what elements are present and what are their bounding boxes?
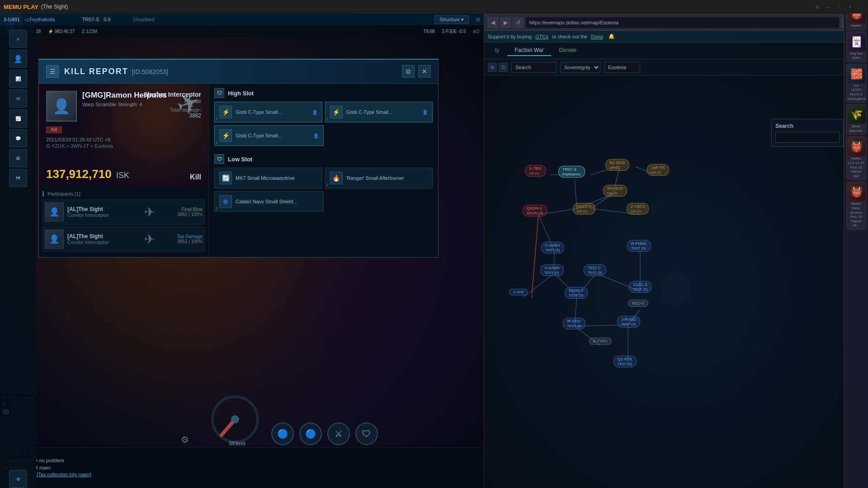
chat-msg-2: > no problem [35, 458, 64, 463]
browser-forward-btn[interactable]: ▶ [500, 18, 510, 28]
low-slot-2-name: 'Ranger' Small Afterburner [346, 175, 428, 181]
participant-1-name: [AL]The Sight [67, 206, 132, 212]
memu-window-controls: ⚙ — □ × ⋯ [814, 3, 864, 10]
memu-settings-btn[interactable]: ⚙ [814, 3, 821, 10]
kill-report-external-btn[interactable]: ⧉ [402, 65, 415, 78]
sovereignty-filter-select[interactable]: Sovereignty [560, 62, 600, 73]
memu-minimize-btn[interactable]: — [825, 3, 832, 10]
sidebar-corporation[interactable]: 🏛 [9, 149, 27, 167]
sidebar-market[interactable]: 📈 [9, 109, 27, 127]
speed-gauge [208, 392, 262, 446]
action-btn-2[interactable]: 🔵 [299, 422, 322, 445]
map-node-tr07s[interactable]: TR07-SFeythabolis [558, 166, 585, 178]
hud-settings-btn[interactable]: ⚙ [181, 434, 189, 445]
toolbar-icon-1[interactable]: ⊞ [488, 63, 497, 72]
high-slot-icon: 🛡 [214, 88, 224, 98]
gtcs-link[interactable]: GTCs [535, 34, 548, 39]
low-slot-1-name: MK7 Small Microwarpdrive [236, 175, 317, 181]
action-icons-bottom: 🔵 🔵 ⚔ 🛡 [271, 422, 378, 445]
map-container: X-7BIXUA (1) TR07-SFeythabolis BZ-0GWUA … [484, 75, 868, 488]
kill-report-menu-btn[interactable]: ☰ [46, 65, 59, 78]
browser-address-bar[interactable] [526, 17, 839, 28]
memu-titlebar: MEMU PLAY (The Sight) ⚙ — □ × ⋯ [0, 0, 868, 14]
sovereignty-toolbar: ⊞ ☰ Sovereignty [484, 59, 868, 75]
filter-icon[interactable]: ⊟ [476, 17, 480, 23]
map-node-q1r7k[interactable]: Q1-R7KTEST (5) [613, 356, 637, 367]
action-btn-3[interactable]: ⚔ [327, 422, 350, 445]
memu-close-btn[interactable]: × [846, 3, 854, 10]
map-node-fuvbv[interactable]: F-UVBVTEST (5) [541, 242, 564, 253]
map-node-vxh5[interactable]: V-XH5 [509, 289, 528, 296]
browser-toolbar: ◀ ▶ ↺ ★ ⋮ [484, 14, 868, 31]
slay-spire-icon: 🃏 [848, 33, 866, 51]
map-node-nizj0[interactable]: NIZJ-0 [628, 300, 648, 307]
map-search-input[interactable] [775, 132, 840, 143]
map-node-vxanh[interactable]: V-XANHTEST (5) [540, 264, 564, 276]
tab-donate[interactable]: Donate [552, 45, 584, 56]
victim-location: G-YZUX < 3WN-1T < Esoteria [46, 143, 201, 149]
low-slot-1-icon: 🔄 [219, 172, 232, 184]
hades-trainer-label: Hades v1.0-v1.37 Plus 15 Trainer x64 [848, 156, 865, 178]
map-node-8tyrx[interactable]: 8-TYRX [589, 338, 612, 345]
tab-item-ty[interactable]: ty [488, 45, 506, 56]
browser-reload-btn[interactable]: ↺ [513, 18, 523, 28]
taskbar-slay-spire[interactable]: 🃏 Slay the Spire [846, 32, 866, 62]
system-name-display: 2-F30E -0.5 [442, 29, 466, 34]
map-node-bz0gw[interactable]: BZ-0GWUA (2) [605, 159, 629, 171]
kill-report-close-btn[interactable]: ✕ [418, 65, 431, 78]
isk-value: 137,912,710 [46, 167, 112, 181]
structure-btn[interactable]: Structure ▾ [434, 15, 469, 24]
kill-report-left: ✈ Slasher Interceptor Frigate Total dama… [39, 84, 208, 257]
ship-type-label: Slasher Interceptor [143, 91, 201, 98]
map-node-xkz8h[interactable]: XKZ8-HUA (1) [573, 203, 595, 215]
taskbar-hades-trainer[interactable]: 👹 Hades v1.0-v1.37 Plus 15 Trainer x64 [846, 136, 866, 180]
memu-restore-btn[interactable]: □ [835, 3, 843, 10]
region-search-input[interactable] [604, 62, 640, 73]
browser-back-btn[interactable]: ◀ [488, 18, 498, 28]
map-node-zy9c3[interactable]: Z-Y9C3UA (2) [627, 203, 649, 215]
map-node-oiomy[interactable]: OIOM-YTEST (5) [565, 287, 588, 299]
map-node-irfdv[interactable]: IR-FDVTEST (5) [563, 318, 585, 329]
sidebar-fitting[interactable]: ⚙ [9, 470, 27, 488]
char-id-hud: 3-U491 [4, 17, 20, 22]
system-icon[interactable]: ⊞3 [473, 29, 479, 34]
taskbar-lego[interactable]: 🧱 The LEGO Movie 2 Videogame [846, 64, 866, 103]
low-slot-2-qty: 1 [326, 183, 329, 187]
sidebar-chat[interactable]: 💬 [9, 129, 27, 147]
ship-type-info: Slasher Interceptor Frigate Total damage… [143, 91, 201, 119]
sovereignty-search-input[interactable] [511, 62, 557, 73]
sidebar-neocom-menu[interactable]: ≡ [9, 30, 27, 48]
map-node-x7bix[interactable]: X-7BIXUA (1) [525, 165, 546, 177]
kill-report-modal: ☰ KILL REPORT [ID:5082053] ⧉ ✕ ✈ Slas [38, 59, 439, 258]
taskbar-slime-rancher[interactable]: 🌾 Slime Rancher [846, 104, 866, 135]
taskbar-hades-early[interactable]: 👹 Hades Early Access Plus 15 Trainer x6.… [846, 182, 866, 230]
memu-title-text: (The Sight) [41, 4, 68, 10]
eve-left-sidebar: ≡ 👤 📊 ✉ 📈 💬 🏛 🗺 ⚙ [0, 25, 36, 488]
dona-link[interactable]: Dona [591, 34, 603, 39]
high-slot-header: 🛡 High Slot [214, 88, 433, 98]
high-slot-1b-user: 👤 [422, 110, 428, 115]
map-node-q0ohv[interactable]: Q0OH-VBASIN (3) [523, 205, 547, 216]
tab-faction-war[interactable]: Faction War [507, 45, 551, 56]
action-btn-1[interactable]: 🔵 [271, 422, 294, 445]
map-node-16ppx[interactable]: 16P-PXUA (2) [647, 164, 669, 176]
low-slot-3-name: Caldari Navy Small Shield... [236, 199, 319, 204]
map-node-wx6ux[interactable]: WX-6UXUA (2) [603, 185, 627, 197]
system-sec-display: 79.68 [424, 29, 435, 34]
memu-more-btn[interactable]: ⋯ [857, 3, 864, 10]
map-node-teizc[interactable]: TEIZ-CTEST (5) [584, 264, 606, 276]
sidebar-mail[interactable]: ✉ [9, 89, 27, 108]
high-slot-1: ⚡ Gistii C-Type Small... 👤 1 [214, 102, 322, 122]
sidebar-skills[interactable]: 📊 [9, 70, 27, 88]
participant-2-role: Top Damage [166, 234, 203, 239]
sidebar-character[interactable]: 👤 [9, 50, 27, 68]
map-node-v1zcs[interactable]: V1ZC-STEST (5) [629, 281, 651, 293]
high-slot-label: High Slot [228, 90, 254, 97]
map-node-jrvgd[interactable]: J-RVGDTEST (3) [617, 316, 640, 328]
game-background: 👤 3-U491 ◁ Feythabolis TR07-S 0.8 Unsett… [0, 0, 484, 488]
sidebar-map[interactable]: 🗺 [9, 169, 27, 187]
high-slot-2-qty: 1 [216, 140, 218, 145]
toolbar-icon-2[interactable]: ☰ [499, 63, 508, 72]
action-btn-4[interactable]: 🛡 [355, 422, 378, 445]
map-node-rfmog[interactable]: R-FM0GTEST (3) [627, 240, 651, 252]
